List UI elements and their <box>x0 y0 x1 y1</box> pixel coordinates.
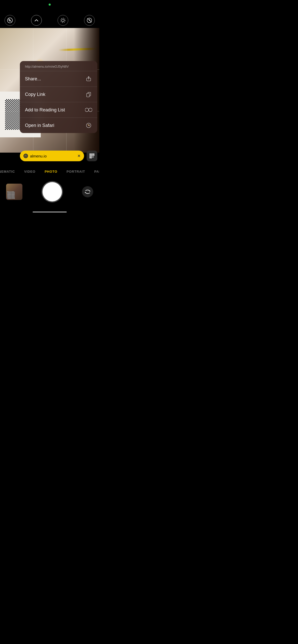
svg-rect-23 <box>92 156 93 157</box>
open-in-safari-menu-item[interactable]: Open in Safari <box>20 118 97 133</box>
mode-pano[interactable]: PANO <box>90 170 99 173</box>
compass-icon <box>23 154 28 158</box>
svg-rect-25 <box>92 157 93 158</box>
close-url-button[interactable]: ✕ <box>77 154 80 158</box>
svg-rect-26 <box>93 157 94 158</box>
url-banner: almenu.io ✕ <box>20 151 97 161</box>
shutter-button[interactable] <box>43 182 62 201</box>
mode-photo[interactable]: PHOTO <box>40 170 62 173</box>
add-to-reading-list-menu-item[interactable]: Add to Reading List <box>20 102 97 118</box>
svg-rect-24 <box>93 156 94 157</box>
status-bar <box>0 0 99 13</box>
share-label: Share... <box>25 76 41 82</box>
camera-mode-selector: CINEMATIC VIDEO PHOTO PORTRAIT PANO <box>0 166 99 177</box>
copy-icon <box>85 91 92 98</box>
reading-list-icon <box>85 106 92 113</box>
thumbnail-qr <box>7 191 15 199</box>
mode-portrait[interactable]: PORTRAIT <box>62 170 90 173</box>
flash-button[interactable] <box>5 15 15 26</box>
svg-rect-21 <box>93 154 94 155</box>
share-menu-item[interactable]: Share... <box>20 71 97 87</box>
share-icon <box>85 75 92 82</box>
svg-rect-20 <box>90 154 91 155</box>
camera-top-controls <box>0 13 99 28</box>
safari-icon <box>85 122 92 129</box>
reading-list-label: Add to Reading List <box>25 107 65 113</box>
svg-rect-11 <box>87 93 89 97</box>
mode-cinematic[interactable]: CINEMATIC <box>0 170 20 173</box>
active-indicator <box>49 4 51 6</box>
open-safari-label: Open in Safari <box>25 123 54 128</box>
home-indicator <box>33 211 67 213</box>
svg-rect-22 <box>90 157 91 158</box>
svg-marker-2 <box>8 18 11 22</box>
svg-point-13 <box>89 108 92 112</box>
context-menu: http://almenu.io/m/wOJ5yN8V Share... Cop… <box>20 61 97 133</box>
photo-thumbnail[interactable] <box>6 184 22 200</box>
mode-video[interactable]: VIDEO <box>20 170 40 173</box>
context-menu-url: http://almenu.io/m/wOJ5yN8V <box>20 61 97 71</box>
svg-point-12 <box>85 108 89 112</box>
svg-point-3 <box>62 19 64 22</box>
copy-link-label: Copy Link <box>25 92 45 97</box>
url-pill[interactable]: almenu.io ✕ <box>20 151 84 161</box>
live-photo-button[interactable] <box>58 15 68 26</box>
camera-bottom-controls <box>0 177 99 207</box>
flip-camera-button[interactable] <box>82 186 93 197</box>
timer-button[interactable] <box>84 15 95 26</box>
url-domain: almenu.io <box>30 154 75 158</box>
chevron-up-button[interactable] <box>31 15 42 26</box>
qr-scan-button[interactable] <box>87 151 97 161</box>
copy-link-menu-item[interactable]: Copy Link <box>20 87 97 102</box>
